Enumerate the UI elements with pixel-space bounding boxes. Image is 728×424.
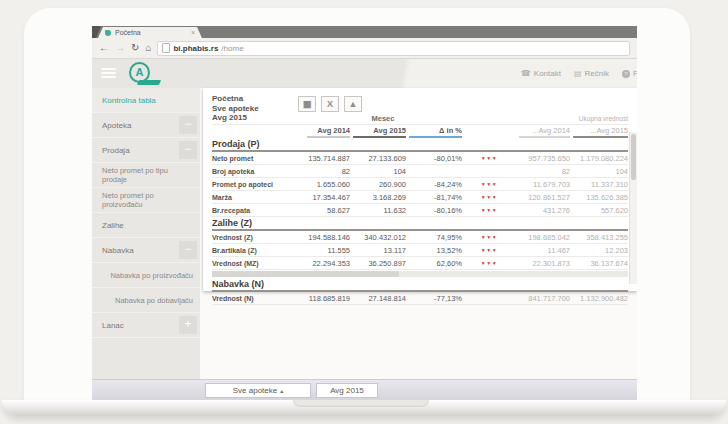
horizontal-scrollbar[interactable]: [212, 271, 628, 277]
kontakt-icon: ☎: [521, 70, 531, 78]
table-row: Broj apoteka8210482104: [212, 165, 628, 178]
value-delta: 74,95%: [406, 233, 462, 242]
sidebar-item-zalihe[interactable]: Zalihe: [92, 213, 200, 238]
column-header-4[interactable]: ...Avg 2014: [516, 126, 570, 138]
value-avg2015: 27.148.814: [350, 294, 406, 303]
sidebar-item-label: Kontrolna tabla: [102, 96, 156, 105]
laptop-base-notch: [293, 400, 429, 407]
report-card: Početna Sve apoteke Avg 2015 ▦X▲ Mesec U…: [203, 88, 637, 291]
chart-view-button[interactable]: ▲: [344, 96, 362, 112]
row-label: Broj apoteka: [212, 168, 304, 175]
sidebar-item-nabavka-po-dobavlja-u[interactable]: Nabavka po dobavljaču: [92, 288, 200, 313]
faq-icon: ?: [622, 70, 630, 78]
header-link-faq[interactable]: ?FAQ: [622, 69, 637, 78]
scrollbar-thumb[interactable]: [631, 134, 636, 180]
value-delta: 62,60%: [406, 259, 462, 268]
section-title: Prodaja (P): [212, 138, 628, 152]
browser-window: Početna × ← → ↻ ⌂ bi.phabis.rs/home A ☎K…: [92, 26, 637, 400]
table-row: Br.recepata58.62711.632-80,16%▼▼▼431.276…: [212, 204, 628, 217]
expand-icon[interactable]: +: [179, 316, 197, 334]
column-header-1[interactable]: Avg 2014: [304, 126, 350, 138]
value-avg2014: 11.555: [304, 246, 350, 255]
table-view-button[interactable]: ▦: [298, 96, 316, 112]
excel-export-button[interactable]: X: [321, 96, 339, 112]
row-label: Br.recepata: [212, 207, 304, 214]
sidebar-item-label: Nabavka: [102, 246, 134, 255]
sidebar-nav: Kontrolna tablaApoteka−Prodaja−Neto prom…: [92, 88, 200, 379]
value-ukupna-2014: 11.467: [516, 246, 570, 255]
table-row: Br.artikala (Z)11.55513.11713,52%▼▼▼11.4…: [212, 244, 628, 257]
value-avg2014: 58.627: [304, 206, 350, 215]
header-link-kontakt[interactable]: ☎Kontakt: [521, 69, 561, 78]
tab-close-icon[interactable]: ×: [191, 29, 195, 36]
group-header-ukupna: Ukupna vrednost: [516, 115, 628, 122]
horizontal-scrollbar-thumb[interactable]: [212, 271, 399, 277]
forward-icon[interactable]: →: [115, 43, 125, 53]
header-link-label: FAQ: [633, 69, 637, 78]
breadcrumb-scope[interactable]: Sve apoteke: [212, 104, 298, 114]
breadcrumb-period[interactable]: Avg 2015: [212, 113, 298, 123]
sidebar-item-lanac[interactable]: Lanac+: [92, 313, 200, 338]
sidebar-item-label: Nabavka po proizvođaču: [110, 271, 193, 280]
collapse-icon[interactable]: −: [179, 241, 197, 259]
value-delta: -80,16%: [406, 206, 462, 215]
header-link-label: Kontakt: [534, 69, 561, 78]
app-content: Kontrolna tablaApoteka−Prodaja−Neto prom…: [92, 88, 637, 379]
page-icon: [162, 43, 170, 53]
value-avg2014: 22.294.353: [304, 259, 350, 268]
value-ukupna-2014: 22.301.873: [516, 259, 570, 268]
vertical-scrollbar[interactable]: [629, 132, 637, 284]
value-ukupna-2015: 358.413.255: [570, 233, 628, 242]
browser-tab-pocetna[interactable]: Početna ×: [98, 27, 202, 38]
value-avg2015: 36.250.897: [350, 259, 406, 268]
sidebar-item-nabavka-po-proizvo-a-u[interactable]: Nabavka po proizvođaču: [92, 263, 200, 288]
collapse-icon[interactable]: −: [179, 141, 197, 159]
column-header-3[interactable]: Δ in %: [406, 126, 462, 138]
sidebar-item-neto-promet-po-proizvo-a-u[interactable]: Neto promet po proizvođaču: [92, 188, 200, 213]
refresh-icon[interactable]: ↻: [131, 43, 139, 53]
column-header-2[interactable]: Avg 2015: [350, 126, 406, 138]
value-delta: 13,52%: [406, 246, 462, 255]
value-ukupna-2014: 841.717.700: [516, 294, 570, 303]
value-avg2014: 118.685.819: [304, 294, 350, 303]
column-header-5[interactable]: ...Avg 2015: [570, 126, 628, 138]
trend-down-icon: ▼▼▼: [462, 181, 516, 187]
main-area: Početna Sve apoteke Avg 2015 ▦X▲ Mesec U…: [200, 88, 637, 379]
value-ukupna-2015: 1.179.080.224: [570, 154, 628, 163]
trend-down-icon: ▼▼▼: [462, 207, 516, 213]
trend-down-icon: ▼▼▼: [462, 247, 516, 253]
hamburger-menu-icon[interactable]: [101, 68, 116, 80]
table-column-headers: Avg 2014Avg 2015Δ in %...Avg 2014...Avg …: [212, 125, 628, 138]
sidebar-item-nabavka[interactable]: Nabavka−: [92, 238, 200, 263]
filter-button-label: Sve apoteke: [233, 386, 277, 395]
address-bar[interactable]: bi.phabis.rs/home: [157, 41, 630, 56]
sidebar-item-label: Zalihe: [102, 221, 124, 230]
value-avg2015: 11.632: [350, 206, 406, 215]
row-label: Vrednost (N): [212, 295, 304, 302]
value-avg2015: 340.432.012: [350, 233, 406, 242]
sidebar-item-prodaja[interactable]: Prodaja−: [92, 138, 200, 163]
value-avg2014: 135.714.887: [304, 154, 350, 163]
sidebar-item-neto-promet-po-tipu-prodaje[interactable]: Neto promet po tipu prodaje: [92, 163, 200, 188]
value-delta: -81,74%: [406, 193, 462, 202]
value-delta: -77,13%: [406, 294, 462, 303]
back-icon[interactable]: ←: [99, 43, 109, 53]
tab-favicon-icon: [105, 30, 111, 36]
header-link-recnik[interactable]: ▤Rečnik: [574, 69, 609, 78]
header-links: ☎Kontakt▤Rečnik?FAQ: [521, 59, 637, 88]
header-link-label: Rečnik: [585, 69, 609, 78]
filter-button-avg-2015[interactable]: Avg 2015: [316, 383, 378, 398]
breadcrumb-home[interactable]: Početna: [212, 94, 298, 104]
collapse-icon[interactable]: −: [179, 116, 197, 134]
filter-button-sve-apoteke[interactable]: Sve apoteke▴: [205, 383, 311, 398]
trend-down-icon: ▼▼▼: [462, 194, 516, 200]
app-logo: A: [129, 62, 159, 86]
url-path: /home: [221, 44, 243, 53]
filter-bottom-bar: Sve apoteke▴Avg 2015: [92, 379, 637, 400]
value-avg2015: 104: [350, 167, 406, 176]
home-icon[interactable]: ⌂: [145, 43, 151, 53]
sidebar-item-apoteka[interactable]: Apoteka−: [92, 113, 200, 138]
tab-title: Početna: [115, 29, 191, 36]
trend-down-icon: ▼▼▼: [462, 155, 516, 161]
sidebar-item-kontrolna-tabla[interactable]: Kontrolna tabla: [92, 88, 200, 113]
